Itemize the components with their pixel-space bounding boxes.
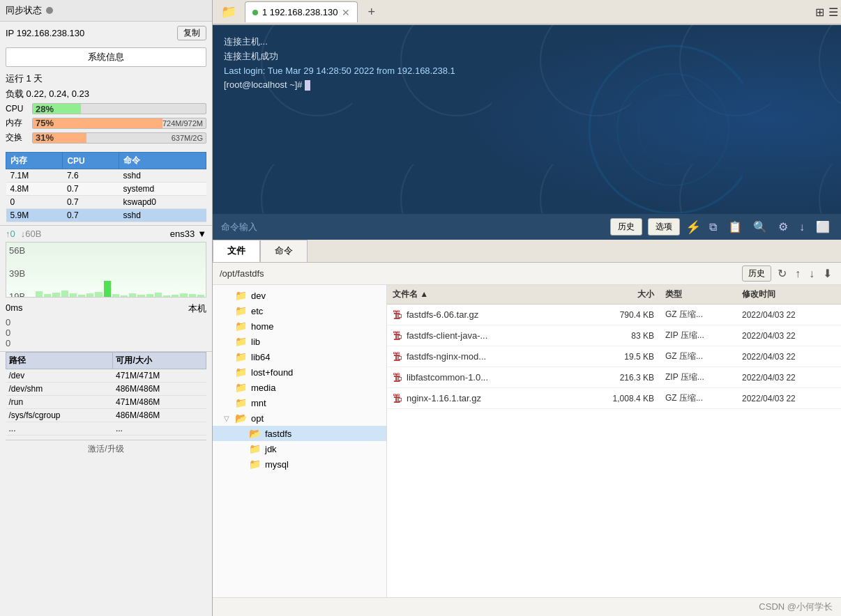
tree-label-lib64: lib64 [251, 352, 270, 362]
file-col-name[interactable]: 文件名 ▲ [387, 287, 590, 302]
folder-icon-btn[interactable]: 📁 [215, 1, 242, 22]
file-type-icon: 🗜 [393, 351, 402, 362]
disk-row[interactable]: /sys/fs/cgroup 486M/486M [6, 409, 206, 422]
file-type-icon: 🗜 [393, 393, 402, 404]
download-icon[interactable]: ↓ [796, 220, 808, 235]
tab-cmd[interactable]: 命令 [260, 240, 308, 262]
disk-row[interactable]: /dev 471M/471M [6, 369, 206, 383]
terminal-area[interactable]: 连接主机... 连接主机成功 Last login: Tue Mar 29 14… [213, 25, 841, 213]
ping-right: 本机 [188, 302, 206, 315]
net-up: ↑0 [6, 229, 15, 239]
history-button[interactable]: 历史 [610, 218, 642, 236]
sys-info-button[interactable]: 系统信息 [6, 47, 206, 67]
file-rows-container: 🗜 fastdfs-6.06.tar.gz 790.4 KB GZ 压缩... … [387, 305, 841, 409]
folder-icon-media: 📁 [235, 382, 247, 393]
disk-col-space[interactable]: 可用/大小 [113, 353, 206, 369]
tab-192-168-238-130[interactable]: 1 192.168.238.130 ✕ [245, 1, 358, 22]
disk-row[interactable]: /dev/shm 486M/486M [6, 383, 206, 396]
tree-item-jdk[interactable]: 📁 jdk [213, 441, 386, 456]
tree-item-opt[interactable]: ▽ 📂 opt [213, 410, 386, 426]
file-list-header: 文件名 ▲ 大小 类型 修改时间 [387, 285, 841, 305]
tree-item-etc[interactable]: 📁 etc [213, 303, 386, 318]
folder-icon-mysql: 📁 [249, 459, 261, 470]
load-label: 负载 0.22, 0.24, 0.23 [6, 88, 89, 99]
file-row[interactable]: 🗜 fastdfs-6.06.tar.gz 790.4 KB GZ 压缩... … [387, 305, 841, 325]
disk-col-path[interactable]: 路径 [6, 353, 113, 369]
settings-icon[interactable]: ⚙ [775, 219, 791, 235]
tree-label-lostfound: lost+found [251, 367, 293, 378]
cmd-input[interactable] [221, 222, 605, 232]
net-dropdown-icon[interactable]: ▼ [197, 229, 206, 239]
grid-view-icon[interactable]: ⊞ [815, 6, 824, 19]
net-graph-inner: 56B 39B 19B [6, 242, 206, 297]
folder-icon-home: 📁 [235, 321, 247, 332]
menu-icon[interactable]: ☰ [828, 6, 838, 19]
disk-space: 471M/486M [113, 396, 206, 409]
file-row[interactable]: 🗜 fastdfs-nginx-mod... 19.5 KB GZ 压缩... … [387, 346, 841, 367]
tree-item-lib64[interactable]: 📁 lib64 [213, 349, 386, 364]
file-row[interactable]: 🗜 libfastcommon-1.0... 216.3 KB ZIP 压缩..… [387, 367, 841, 388]
process-row[interactable]: 0 0.7 kswapd0 [6, 196, 206, 209]
path-history-button[interactable]: 历史 [742, 265, 771, 282]
proc-col-mem[interactable]: 内存 [6, 153, 63, 169]
file-col-size[interactable]: 大小 [590, 287, 660, 302]
tree-item-home[interactable]: 📁 home [213, 318, 386, 334]
file-type-icon: 🗜 [393, 330, 402, 341]
options-button[interactable]: 选项 [648, 218, 680, 236]
disk-row[interactable]: ... ... [6, 422, 206, 436]
proc-cpu: 0.7 [63, 209, 119, 222]
tab-add-button[interactable]: + [361, 2, 382, 22]
process-row[interactable]: 7.1M 7.6 sshd [6, 169, 206, 183]
disk-space: 486M/486M [113, 409, 206, 422]
tree-item-fastdfs[interactable]: 📂 fastdfs [213, 426, 386, 441]
proc-col-cpu[interactable]: CPU [63, 153, 119, 169]
folder-icon-opt: 📂 [235, 413, 247, 424]
file-date-cell: 2022/04/03 22 [736, 309, 841, 321]
tab-file[interactable]: 文件 [213, 240, 260, 262]
file-date-cell: 2022/04/03 22 [736, 351, 841, 363]
file-col-date[interactable]: 修改时间 [736, 287, 841, 302]
copy-button[interactable]: 复制 [177, 26, 206, 40]
tree-item-media[interactable]: 📁 media [213, 380, 386, 395]
net-bars [34, 242, 206, 297]
disk-path: /run [6, 396, 113, 409]
download-file-icon[interactable]: ↓ [807, 266, 817, 282]
tree-label-fastdfs: fastdfs [265, 429, 291, 439]
lightning-icon[interactable]: ⚡ [685, 220, 701, 235]
proc-col-cmd[interactable]: 命令 [119, 153, 206, 169]
disk-row[interactable]: /run 471M/486M [6, 396, 206, 409]
process-row[interactable]: 4.8M 0.7 systemd [6, 183, 206, 196]
file-col-type[interactable]: 类型 [660, 287, 736, 302]
fullscreen-icon[interactable]: ⬜ [813, 219, 833, 235]
upload-icon[interactable]: ↑ [793, 266, 803, 282]
file-name-cell: 🗜 fastdfs-client-java-... [387, 329, 590, 343]
tree-item-lostfound[interactable]: 📁 lost+found [213, 364, 386, 380]
activate-button[interactable]: 激活/升级 [6, 440, 206, 458]
ping-label: 0ms [6, 302, 23, 315]
folder-icon-lib: 📁 [235, 336, 247, 347]
proc-mem: 7.1M [6, 169, 63, 183]
tree-item-mysql[interactable]: 📁 mysql [213, 456, 386, 472]
tree-label-home: home [251, 321, 274, 332]
search-icon[interactable]: 🔍 [750, 219, 770, 235]
tree-item-mnt[interactable]: 📁 mnt [213, 395, 386, 410]
refresh-icon[interactable]: ↻ [775, 265, 789, 282]
copy-icon[interactable]: ⧉ [706, 220, 720, 235]
download2-file-icon[interactable]: ⬇ [821, 265, 834, 282]
process-row[interactable]: 5.9M 0.7 sshd [6, 209, 206, 222]
disk-table: 路径 可用/大小 /dev 471M/471M /dev/shm 486M/48… [6, 352, 206, 436]
tree-item-dev[interactable]: 📁 dev [213, 288, 386, 303]
proc-cmd: systemd [119, 183, 206, 196]
tree-item-lib[interactable]: 📁 lib [213, 334, 386, 349]
sync-dot [46, 7, 53, 14]
folder-icon-etc: 📁 [235, 305, 247, 316]
file-date-cell: 2022/04/03 22 [736, 392, 841, 405]
tree-label-mysql: mysql [265, 459, 289, 470]
path-actions: 历史 ↻ ↑ ↓ ⬇ [742, 265, 834, 282]
tree-label-dev: dev [251, 291, 266, 301]
file-row[interactable]: 🗜 fastdfs-client-java-... 83 KB ZIP 压缩..… [387, 325, 841, 346]
file-row[interactable]: 🗜 nginx-1.16.1.tar.gz 1,008.4 KB GZ 压缩..… [387, 388, 841, 409]
paste-icon[interactable]: 📋 [725, 219, 745, 235]
network-section: ↑0 ↓60B ens33 ▼ 56B 39B 19B [0, 225, 212, 300]
tab-close-icon[interactable]: ✕ [342, 7, 350, 18]
